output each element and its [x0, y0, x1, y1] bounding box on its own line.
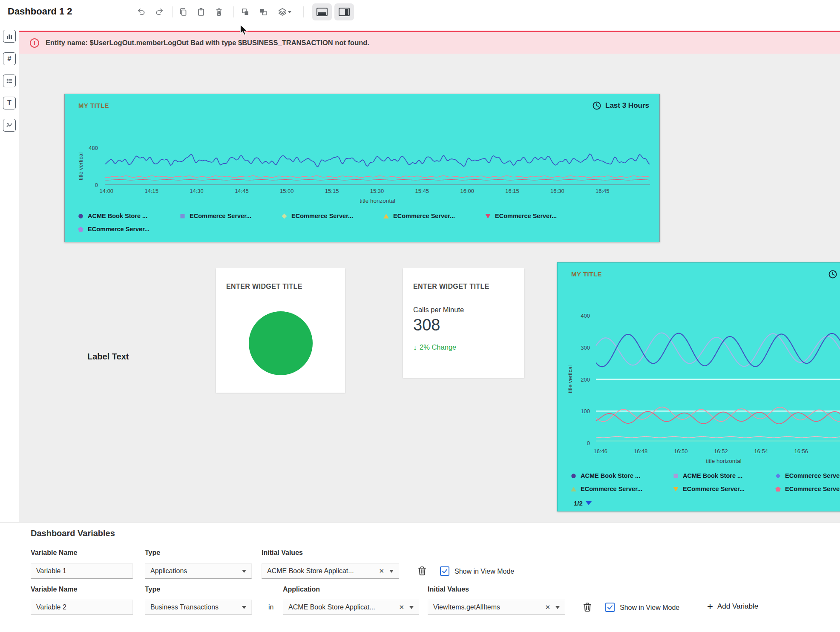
- initial-value-token: ACME Book Store Applicat...: [267, 567, 375, 575]
- legend-item[interactable]: ECommerce Server...: [775, 472, 840, 479]
- undo-button[interactable]: [134, 5, 149, 19]
- send-backward-icon: [259, 7, 268, 17]
- legend-pagination[interactable]: 1/2: [574, 500, 592, 507]
- copy-icon: [178, 7, 188, 17]
- show-in-view-mode-checkbox[interactable]: [605, 603, 615, 612]
- timeseries-plot: [105, 148, 650, 185]
- panel-title: Dashboard Variables: [31, 529, 115, 538]
- copy-button[interactable]: [175, 5, 191, 19]
- dashboard-canvas[interactable]: MY TITLE Last 3 Hours title vertical 480…: [19, 54, 840, 522]
- legend-item-label: ECommerce Server...: [785, 485, 840, 492]
- x-tick-label: 16:52: [714, 448, 728, 454]
- x-tick-label: 14:45: [235, 188, 249, 194]
- type-select[interactable]: Applications: [145, 563, 252, 579]
- metric-widget[interactable]: ENTER WIDGET TITLE Calls per Minute 308 …: [403, 268, 524, 378]
- remove-value-icon[interactable]: ✕: [379, 567, 384, 575]
- layout-vertical-toggle[interactable]: [334, 3, 354, 20]
- chevron-down-icon[interactable]: [242, 570, 246, 573]
- arrow-down-icon: ↓: [413, 344, 417, 351]
- initial-values-label: Initial Values: [262, 549, 303, 557]
- y-tick-label: 0: [95, 182, 98, 188]
- delete-button[interactable]: [211, 5, 227, 19]
- delete-variable-button[interactable]: [582, 601, 593, 612]
- show-in-view-mode-checkbox[interactable]: [440, 566, 449, 576]
- x-tick-label: 14:00: [100, 188, 114, 194]
- remove-value-icon[interactable]: ✕: [399, 603, 404, 611]
- triangle-down-marker-icon: [485, 213, 491, 219]
- initial-value-token: ViewItems.getAllItems: [433, 603, 541, 611]
- text-widget-button[interactable]: T: [3, 97, 16, 109]
- clock-icon: [828, 270, 837, 279]
- health-widget[interactable]: ENTER WIDGET TITLE: [216, 268, 345, 393]
- variable-name-label: Variable Name: [31, 549, 77, 557]
- x-tick-label: 14:15: [144, 188, 158, 194]
- redo-button[interactable]: [152, 5, 167, 19]
- legend-item[interactable]: ECommerce Server...: [179, 213, 281, 219]
- x-tick-label: 16:30: [550, 188, 564, 194]
- chart-widget-button[interactable]: [3, 30, 16, 43]
- legend-item[interactable]: ECommerce Server...: [570, 485, 673, 492]
- legend-item-label: ACME Book Store ...: [683, 472, 742, 479]
- type-label: Type: [145, 586, 160, 593]
- timeseries-widget-1[interactable]: MY TITLE Last 3 Hours title vertical 480…: [64, 94, 660, 242]
- label-widget[interactable]: Label Text: [87, 352, 129, 362]
- chevron-down-icon[interactable]: [242, 606, 246, 609]
- legend-item[interactable]: ECommerce Server...: [281, 213, 383, 219]
- send-backward-button[interactable]: [256, 5, 271, 19]
- legend-item[interactable]: ACME Book Store ...: [570, 472, 673, 479]
- chart-legend: ACME Book Store ...ECommerce Server...EC…: [78, 213, 648, 233]
- x-tick-label: 15:30: [370, 188, 384, 194]
- add-variable-button[interactable]: + Add Variable: [707, 601, 758, 612]
- triangle-up-marker-icon: [570, 486, 577, 492]
- time-range[interactable]: [828, 270, 837, 279]
- dashboard-editor: Dashboard 1 2: [0, 0, 840, 632]
- remove-value-icon[interactable]: ✕: [545, 603, 550, 611]
- legend-item[interactable]: ACME Book Store ...: [673, 472, 775, 479]
- application-select[interactable]: ACME Book Store Applicat... ✕: [283, 600, 419, 615]
- application-token: ACME Book Store Applicat...: [288, 603, 395, 611]
- chevron-down-icon: [288, 11, 291, 13]
- layout-horizontal-toggle[interactable]: [312, 3, 332, 20]
- chart-widget-icon: [6, 32, 13, 40]
- square-marker-icon: [673, 473, 679, 479]
- timeseries-widget-2[interactable]: MY TITLE title vertical 4003002001000 16…: [557, 262, 840, 511]
- legend-item[interactable]: ACME Book Store ...: [78, 213, 179, 219]
- chevron-down-icon[interactable]: [555, 606, 560, 609]
- y-axis-ticks: 4003002001000: [577, 316, 590, 443]
- legend-item[interactable]: ECommerce Server...: [78, 226, 179, 233]
- x-tick-label: 16:46: [594, 448, 608, 454]
- time-range[interactable]: Last 3 Hours: [592, 101, 649, 110]
- legend-item-label: ECommerce Server...: [581, 485, 642, 492]
- metric-number-widget-icon: #: [8, 55, 12, 63]
- pentagon-marker-icon: [78, 226, 84, 233]
- variable-name-input[interactable]: [31, 563, 133, 579]
- image-widget-button[interactable]: [3, 119, 16, 132]
- chevron-down-icon[interactable]: [409, 606, 414, 609]
- chevron-down-icon[interactable]: [389, 570, 394, 573]
- undo-icon: [137, 7, 146, 17]
- metric-label: Calls per Minute: [413, 306, 464, 314]
- paste-button[interactable]: [193, 5, 209, 19]
- y-tick-label: 0: [587, 440, 590, 446]
- type-select[interactable]: Business Transactions: [145, 600, 252, 615]
- error-icon: !: [30, 38, 39, 48]
- widget-title: ENTER WIDGET TITLE: [413, 283, 489, 290]
- legend-item[interactable]: ECommerce Server...: [775, 485, 840, 492]
- list-widget-button[interactable]: [3, 75, 16, 87]
- legend-item[interactable]: ECommerce Server...: [485, 213, 587, 219]
- dashboard-title: Dashboard 1 2: [8, 6, 72, 17]
- legend-item[interactable]: ECommerce Server...: [383, 213, 485, 219]
- variable-name-input[interactable]: [31, 600, 133, 615]
- delete-variable-button[interactable]: [417, 565, 428, 576]
- initial-values-select[interactable]: ACME Book Store Applicat... ✕: [262, 563, 399, 579]
- triangle-down-marker-icon: [673, 486, 679, 492]
- x-axis-ticks: 16:4616:4816:5016:5216:5416:56: [596, 448, 840, 455]
- bring-forward-button[interactable]: [238, 5, 253, 19]
- metric-number-widget-button[interactable]: #: [3, 52, 16, 65]
- type-select-value: Applications: [150, 567, 242, 575]
- pagination-down-icon: [586, 501, 592, 505]
- initial-values-select[interactable]: ViewItems.getAllItems ✕: [428, 600, 565, 615]
- legend-item[interactable]: ECommerce Server...: [673, 485, 775, 492]
- layers-button[interactable]: [274, 5, 295, 19]
- x-tick-label: 16:56: [794, 448, 808, 454]
